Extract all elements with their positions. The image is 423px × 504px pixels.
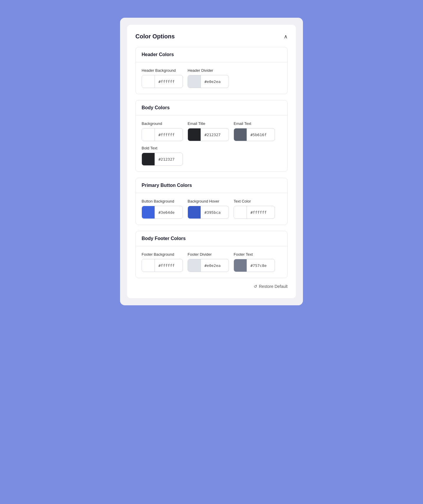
section-body-body-footer-colors: Footer Background#ffffffFooter Divider#e… [136,246,287,278]
color-fields-row-header-colors: Header Background#ffffffHeader Divider#e… [142,68,281,88]
color-swatch-header-background [142,75,155,88]
section-header-body-footer-colors: Body Footer Colors [136,231,287,246]
panel-header: Color Options ∧ [135,33,288,40]
color-swatch-text-color [234,206,247,218]
field-group-email-text: Email Text#5b616f [234,121,275,141]
section-body-body-colors: Background#ffffffEmail Title#212327Email… [136,115,287,172]
color-swatch-header-divider [188,75,201,88]
field-group-button-background: Button Background#3e64de [142,199,183,219]
section-header-primary-button-colors: Primary Button Colors [136,178,287,193]
restore-row: ↺ Restore Default [135,284,288,289]
color-input-wrapper-footer-background[interactable]: #ffffff [142,259,183,272]
field-label-background-hover: Background Hover [188,199,229,203]
field-label-header-divider: Header Divider [188,68,229,73]
color-input-wrapper-body-background[interactable]: #ffffff [142,128,183,141]
color-fields-row-body-footer-colors: Footer Background#ffffffFooter Divider#e… [142,252,281,272]
color-input-wrapper-footer-divider[interactable]: #e0e2ea [188,259,229,272]
section-body-header-colors: Header Background#ffffffHeader Divider#e… [136,62,287,94]
field-group-footer-text: Footer Text#757c8e [234,252,275,272]
color-swatch-button-background [142,206,155,218]
field-group-email-title: Email Title#212327 [188,121,229,141]
color-swatch-email-title [188,128,201,141]
color-fields-row-body-colors: Background#ffffffEmail Title#212327Email… [142,121,281,166]
restore-icon: ↺ [254,284,257,289]
color-input-wrapper-email-text[interactable]: #5b616f [234,128,275,141]
color-swatch-footer-divider [188,259,201,272]
color-hex-footer-text: #757c8e [247,263,270,268]
restore-default-button[interactable]: Restore Default [259,284,288,289]
color-input-wrapper-button-background[interactable]: #3e64de [142,206,183,219]
field-group-background-hover: Background Hover#395bca [188,199,229,219]
color-input-wrapper-bold-text[interactable]: #212327 [142,153,183,166]
color-input-wrapper-email-title[interactable]: #212327 [188,128,229,141]
field-label-body-background: Background [142,121,183,126]
collapse-icon[interactable]: ∧ [284,33,288,40]
field-group-footer-divider: Footer Divider#e0e2ea [188,252,229,272]
section-header-header-colors: Header Colors [136,47,287,62]
color-input-wrapper-footer-text[interactable]: #757c8e [234,259,275,272]
color-hex-email-text: #5b616f [247,133,270,137]
field-label-bold-text: Bold Text [142,146,183,150]
field-group-header-divider: Header Divider#e0e2ea [188,68,229,88]
section-header-body-colors: Body Colors [136,100,287,115]
section-primary-button-colors: Primary Button ColorsButton Background#3… [135,178,288,225]
outer-card: Color Options ∧ Header ColorsHeader Back… [120,18,303,305]
color-swatch-email-text [234,128,247,141]
color-hex-footer-background: #ffffff [155,263,178,268]
color-input-wrapper-header-divider[interactable]: #e0e2ea [188,75,229,88]
section-header-colors: Header ColorsHeader Background#ffffffHea… [135,47,288,94]
color-options-panel: Color Options ∧ Header ColorsHeader Back… [127,25,296,298]
color-swatch-footer-background [142,259,155,272]
field-label-text-color: Text Color [234,199,275,203]
section-body-primary-button-colors: Button Background#3e64deBackground Hover… [136,193,287,225]
color-hex-header-divider: #e0e2ea [201,79,224,84]
field-group-bold-text: Bold Text#212327 [142,146,183,166]
color-input-wrapper-background-hover[interactable]: #395bca [188,206,229,219]
color-hex-body-background: #ffffff [155,133,178,137]
sections-container: Header ColorsHeader Background#ffffffHea… [135,47,288,278]
color-swatch-background-hover [188,206,201,218]
field-group-footer-background: Footer Background#ffffff [142,252,183,272]
panel-title: Color Options [135,33,175,40]
color-hex-background-hover: #395bca [201,210,224,215]
color-hex-button-background: #3e64de [155,210,178,215]
color-swatch-bold-text [142,153,155,165]
color-hex-text-color: #ffffff [247,210,270,215]
field-label-email-text: Email Text [234,121,275,126]
field-group-header-background: Header Background#ffffff [142,68,183,88]
section-body-colors: Body ColorsBackground#ffffffEmail Title#… [135,100,288,172]
color-hex-email-title: #212327 [201,133,224,137]
field-label-email-title: Email Title [188,121,229,126]
field-label-button-background: Button Background [142,199,183,203]
field-label-footer-background: Footer Background [142,252,183,257]
color-swatch-footer-text [234,259,247,272]
color-hex-footer-divider: #e0e2ea [201,263,224,268]
color-input-wrapper-text-color[interactable]: #ffffff [234,206,275,219]
color-swatch-body-background [142,128,155,141]
field-label-footer-text: Footer Text [234,252,275,257]
field-group-text-color: Text Color#ffffff [234,199,275,219]
field-label-footer-divider: Footer Divider [188,252,229,257]
color-hex-bold-text: #212327 [155,157,178,162]
color-input-wrapper-header-background[interactable]: #ffffff [142,75,183,88]
color-hex-header-background: #ffffff [155,79,178,84]
section-body-footer-colors: Body Footer ColorsFooter Background#ffff… [135,231,288,278]
field-group-body-background: Background#ffffff [142,121,183,141]
field-label-header-background: Header Background [142,68,183,73]
color-fields-row-primary-button-colors: Button Background#3e64deBackground Hover… [142,199,281,219]
